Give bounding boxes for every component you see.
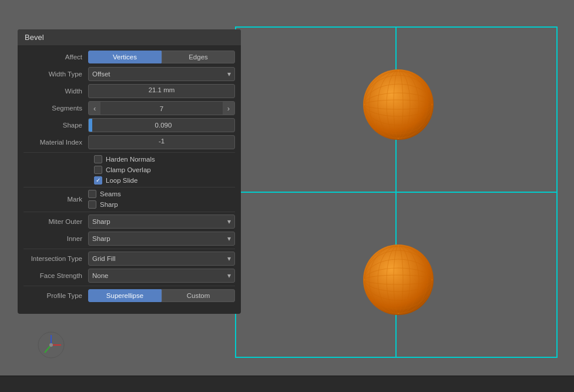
svg-point-11 [398,138,400,140]
chevron-down-icon-5: ▾ [227,272,231,280]
miter-outer-control[interactable]: Sharp ▾ [88,215,235,229]
shape-row: Shape 0.090 [24,118,235,132]
profile-type-label: Profile Type [24,292,88,299]
affect-edges-button[interactable]: Edges [162,51,235,63]
axes-icon [36,330,66,360]
svg-point-10 [398,70,400,72]
affect-label: Affect [24,53,88,61]
svg-point-24 [398,245,400,247]
divider-2 [24,187,235,187]
face-strength-value: None [92,272,109,279]
intersection-type-label: Intersection Type [24,255,88,262]
sphere-bottom [363,244,434,315]
svg-point-2 [364,93,432,116]
shape-input[interactable]: 0.090 [88,118,235,132]
intersection-type-control[interactable]: Grid Fill ▾ [88,252,235,266]
intersection-type-row: Intersection Type Grid Fill ▾ [24,252,235,266]
miter-outer-row: Miter Outer Sharp ▾ [24,215,235,229]
profile-type-btn-group: Superellipse Custom [88,289,235,302]
segments-decrement-button[interactable]: ‹ [89,102,100,115]
svg-point-3 [364,84,432,125]
bottom-bar [0,376,574,392]
clamp-overlap-checkbox-wrap[interactable]: Clamp Overlap [94,166,151,174]
face-strength-select[interactable]: None ▾ [88,269,235,283]
face-strength-label: Face Strength [24,272,88,279]
harden-normals-checkbox[interactable] [94,155,102,163]
divider-5 [24,286,235,286]
material-index-control: -1 [88,135,235,149]
svg-point-8 [378,71,419,139]
material-index-row: Material Index -1 [24,135,235,149]
mark-seams-label: Seams [100,190,121,197]
svg-point-7 [387,71,410,139]
affect-row: Affect Vertices Edges [24,50,235,64]
svg-point-15 [364,275,432,284]
profile-type-custom-button[interactable]: Custom [162,289,235,302]
mark-row: Mark Seams Sharp [24,190,235,209]
affect-vertices-button[interactable]: Vertices [88,51,162,63]
bevel-panel: Bevel Affect Vertices Edges Width Type O… [18,29,241,314]
mark-seams-checkbox-wrap[interactable]: Seams [88,190,121,198]
sphere-top [363,69,434,140]
inner-value: Sharp [92,235,110,242]
divider-4 [24,249,235,249]
profile-type-superellipse-button[interactable]: Superellipse [88,289,162,302]
divider-1 [24,152,235,153]
shape-control: 0.090 [88,118,235,132]
loop-slide-checkbox[interactable] [94,176,102,185]
mark-seams-checkbox[interactable] [88,190,96,198]
width-type-value: Offset [92,71,110,78]
width-type-select[interactable]: Offset ▾ [88,67,235,81]
svg-point-19 [364,246,432,313]
svg-point-12 [364,104,365,106]
intersection-type-select[interactable]: Grid Fill ▾ [88,252,235,266]
harden-normals-row: Harden Normals [24,155,235,163]
inner-row: Inner Sharp ▾ [24,232,235,246]
chevron-down-icon-3: ▾ [227,234,231,243]
width-type-row: Width Type Offset ▾ [24,67,235,81]
width-control: 21.1 mm [88,84,235,98]
mark-control: Seams Sharp [88,190,235,209]
miter-outer-select[interactable]: Sharp ▾ [88,215,235,229]
inner-control[interactable]: Sharp ▾ [88,232,235,246]
shape-value: 0.090 [92,118,234,132]
divider-3 [24,212,235,212]
loop-slide-row: Loop Slide [24,176,235,185]
inner-label: Inner [24,235,88,242]
loop-slide-label: Loop Slide [106,177,137,184]
shape-label: Shape [24,122,88,129]
loop-slide-checkbox-wrap[interactable]: Loop Slide [94,176,137,185]
svg-point-22 [378,246,419,314]
width-row: Width 21.1 mm [24,84,235,98]
svg-point-26 [364,279,365,281]
svg-point-6 [394,71,403,139]
profile-type-row: Profile Type Superellipse Custom [24,289,235,303]
inner-select[interactable]: Sharp ▾ [88,232,235,246]
width-type-label: Width Type [24,71,88,78]
segments-control: ‹ 7 › [88,101,235,115]
segments-value: 7 [100,102,222,115]
chevron-down-icon-4: ▾ [227,254,231,263]
panel-title: Bevel [18,29,241,45]
affect-btn-group: Vertices Edges [88,51,235,63]
svg-point-16 [364,268,432,292]
svg-point-21 [387,246,410,314]
segments-increment-button[interactable]: › [223,102,234,115]
face-strength-control[interactable]: None ▾ [88,269,235,283]
mark-sharp-checkbox-wrap[interactable]: Sharp [88,200,118,209]
svg-point-32 [49,343,53,347]
width-type-control[interactable]: Offset ▾ [88,67,235,81]
harden-normals-label: Harden Normals [106,156,155,163]
clamp-overlap-checkbox[interactable] [94,166,102,174]
width-input[interactable]: 21.1 mm [88,84,235,98]
harden-normals-checkbox-wrap[interactable]: Harden Normals [94,155,155,163]
panel-body: Affect Vertices Edges Width Type Offset … [18,45,241,314]
mark-sharp-checkbox[interactable] [88,200,96,209]
svg-point-5 [364,71,432,138]
face-strength-row: Face Strength None ▾ [24,269,235,283]
profile-type-control: Superellipse Custom [88,289,235,302]
segments-label: Segments [24,105,88,112]
material-index-input[interactable]: -1 [88,135,235,149]
miter-outer-value: Sharp [92,218,110,225]
clamp-overlap-row: Clamp Overlap [24,166,235,174]
